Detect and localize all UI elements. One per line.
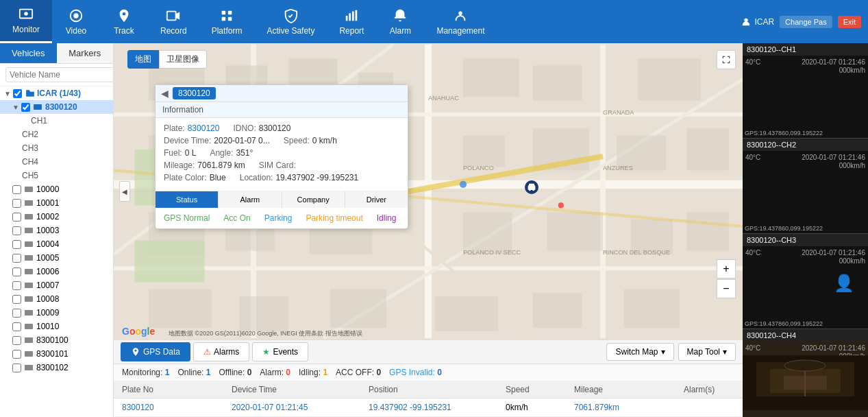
tree-device-10004[interactable]: 10004 (0, 237, 113, 251)
device-checkbox-10000[interactable] (12, 185, 21, 194)
tree-device-8300102[interactable]: 8300102 (0, 361, 113, 374)
tree-ch4[interactable]: CH4 (0, 155, 113, 169)
info-tab-company[interactable]: Company (282, 191, 345, 208)
nav-platform[interactable]: Platform (199, 0, 255, 43)
tree-vehicle-8300120[interactable]: ▼ 8300120 (0, 100, 113, 114)
vehicle-checkbox-8300120[interactable] (21, 103, 30, 112)
info-field-fuel: Fuel: 0 L (164, 148, 196, 158)
svg-rect-53 (686, 213, 728, 251)
nav-video[interactable]: Video (52, 0, 100, 43)
tree-ch1[interactable]: CH1 (0, 114, 113, 128)
tree-device-10007[interactable]: 10007 (0, 278, 113, 292)
tree-device-10002[interactable]: 10002 (0, 210, 113, 224)
svg-point-16 (745, 18, 748, 21)
map-nav-arrow[interactable]: ◀ (119, 181, 130, 202)
svg-point-15 (459, 11, 463, 14)
svg-rect-8 (228, 10, 232, 14)
device-checkbox-10010[interactable] (12, 322, 21, 331)
svg-point-72 (460, 181, 467, 188)
device-checkbox-10005[interactable] (12, 254, 21, 263)
info-popup-back-button[interactable]: ◀ (161, 88, 169, 99)
device-checkbox-10003[interactable] (12, 226, 21, 235)
tree-device-10008[interactable]: 10008 (0, 292, 113, 306)
map-attribution: 地图数据 ©2020 GS(2011)6020 Google, INEGI 使用… (169, 329, 362, 338)
device-checkbox-8300101[interactable] (12, 350, 21, 359)
device-icon (25, 351, 33, 357)
top-navigation: Monitor Video Track Record Platform Acti… (0, 0, 868, 43)
cam-1-video[interactable]: 40°C 2020-01-07 01:21:46 000km/h GPS:19.… (743, 56, 868, 138)
device-icon (25, 228, 33, 233)
camera-2: 8300120--CH2 40°C 2020-01-07 01:21:46 00… (743, 139, 868, 234)
device-icon (25, 337, 33, 343)
cam-4-timestamp: 2020-01-07 01:21:46 (802, 344, 865, 352)
zoom-in-button[interactable]: + (717, 259, 736, 278)
info-tab-alarm[interactable]: Alarm (218, 191, 281, 208)
nav-track[interactable]: Track (100, 0, 148, 43)
search-bar (0, 64, 113, 86)
data-table: Plate No Device Time Position Speed Mile… (114, 381, 743, 417)
map-type-map-button[interactable]: 地图 (127, 50, 159, 69)
tab-events[interactable]: ★ Events (252, 342, 308, 361)
map-tool-button[interactable]: Map Tool ▾ (678, 343, 736, 361)
map-container[interactable]: POLANCO POLANCO POLANCO IV SECC ANZURES … (114, 43, 743, 339)
cam-2-video[interactable]: 40°C 2020-01-07 01:21:46 000km/h GPS:19.… (743, 151, 868, 233)
exit-button[interactable]: Exit (838, 16, 861, 28)
tab-gps-data[interactable]: GPS Data (121, 342, 190, 361)
info-tab-status[interactable]: Status (156, 191, 218, 208)
tree-device-10000[interactable]: 10000 (0, 182, 113, 196)
device-checkbox-10001[interactable] (12, 199, 21, 208)
tree-device-10001[interactable]: 10001 (0, 196, 113, 210)
device-checkbox-10007[interactable] (12, 281, 21, 290)
cam-2-temp: 40°C (745, 154, 760, 161)
tree-device-10006[interactable]: 10006 (0, 265, 113, 278)
tree-device-10003[interactable]: 10003 (0, 224, 113, 237)
map-action-buttons: Switch Map ▾ Map Tool ▾ (606, 343, 736, 361)
tab-markers[interactable]: Markers (57, 43, 114, 63)
tree-ch3[interactable]: CH3 (0, 141, 113, 155)
google-logo: Google (122, 326, 155, 337)
map-fullscreen-button[interactable] (717, 50, 736, 69)
cam-3-speed: 000km/h (839, 257, 865, 265)
device-checkbox-10004[interactable] (12, 240, 21, 249)
nav-monitor[interactable]: Monitor (0, 0, 52, 43)
device-checkbox-10009[interactable] (12, 309, 21, 318)
device-checkbox-10006[interactable] (12, 267, 21, 276)
vehicle-search-input[interactable] (5, 67, 114, 82)
info-row-plate: Plate: 8300120 IDNO: 8300120 (164, 123, 399, 133)
zoom-out-button[interactable]: − (717, 279, 736, 298)
nav-report[interactable]: Report (327, 0, 376, 43)
cam-4-video[interactable]: 40°C 2020-01-07 01:21:46 000km/h GPS:19.… (743, 342, 868, 417)
device-checkbox-8300102[interactable] (12, 364, 21, 372)
tree-ch2[interactable]: CH2 (0, 128, 113, 141)
tree-root-icar[interactable]: ▼ ICAR (1/43) (0, 86, 113, 100)
stat-gps-invalid: GPS Invalid: 0 (389, 368, 442, 377)
tree-device-8300101[interactable]: 8300101 (0, 347, 113, 361)
table-row: 8300120 2020-01-07 01:21:45 19.437902 -9… (114, 398, 743, 417)
tree-device-10010[interactable]: 10010 (0, 320, 113, 333)
nav-record[interactable]: Record (148, 0, 199, 43)
switch-map-button[interactable]: Switch Map ▾ (606, 343, 673, 361)
device-checkbox-8300100[interactable] (12, 336, 21, 345)
nav-management[interactable]: Management (424, 0, 497, 43)
svg-rect-55 (240, 296, 288, 331)
tree-device-10005[interactable]: 10005 (0, 251, 113, 265)
device-checkbox-10002[interactable] (12, 213, 21, 222)
cell-plate[interactable]: 8300120 (122, 403, 232, 412)
tree-device-10009[interactable]: 10009 (0, 306, 113, 320)
info-tab-driver[interactable]: Driver (345, 191, 408, 208)
nav-active-safety[interactable]: Active Safety (254, 0, 327, 43)
vehicle-marker[interactable] (525, 180, 538, 194)
tab-alarms[interactable]: ⚠ Alarms (193, 342, 249, 361)
nav-alarm[interactable]: Alarm (376, 0, 424, 43)
camera-1: 8300120--CH1 40°C 2020-01-07 01:21:46 00… (743, 43, 868, 139)
map-type-satellite-button[interactable]: 卫星图像 (159, 50, 207, 69)
svg-text:ANAHUAC: ANAHUAC (428, 95, 459, 102)
tab-vehicles[interactable]: Vehicles (0, 43, 57, 63)
tree-ch5[interactable]: CH5 (0, 169, 113, 182)
cam-3-video[interactable]: 40°C 2020-01-07 01:21:46 000km/h 👤 GPS:1… (743, 246, 868, 329)
tree-device-8300100[interactable]: 8300100 (0, 333, 113, 347)
change-password-button[interactable]: Change Pas (780, 16, 832, 28)
device-checkbox-10008[interactable] (12, 295, 21, 304)
info-field-angle: Angle: 351° (210, 148, 253, 158)
tree-root-checkbox[interactable] (13, 89, 22, 98)
